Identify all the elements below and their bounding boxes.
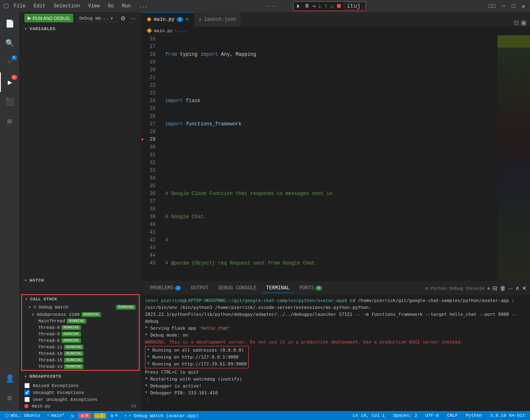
titlebar-right: □□ ─ □ ✕ bbox=[487, 2, 527, 11]
debug-step-into-button[interactable]: ↓ bbox=[318, 3, 322, 9]
terminal-maximize-button[interactable]: ∧ bbox=[515, 285, 519, 291]
tab-output[interactable]: OUTPUT bbox=[186, 284, 213, 293]
debug-step-over-button[interactable]: ↷ bbox=[312, 3, 315, 10]
tab-problems[interactable]: PROBLEMS 2 bbox=[145, 284, 186, 293]
statusbar-eol[interactable]: CRLF bbox=[445, 413, 459, 418]
menu-view[interactable]: View bbox=[86, 2, 101, 10]
layout-button[interactable]: □□ bbox=[487, 2, 497, 10]
statusbar-left: ⬡ WSL: Ubuntu ⑂ main* ↻ ⊗ 0 ⚠ 2 ⚙ 4 ⚡ ⚡ … bbox=[3, 413, 200, 418]
uncaught-exceptions-checkbox[interactable] bbox=[24, 390, 30, 395]
maximize-button[interactable]: □ bbox=[510, 2, 517, 10]
activity-search[interactable]: 🔍 bbox=[0, 33, 20, 53]
statusbar-debug-name[interactable]: ⚡ ⚡ Debug Watch (avatar-app) bbox=[123, 413, 200, 418]
debug-settings-button[interactable]: ⚙ bbox=[120, 14, 127, 22]
tab-debug-console[interactable]: DEBUG CONSOLE bbox=[213, 284, 261, 293]
activity-explorer[interactable]: 📄 bbox=[0, 14, 20, 33]
tab-main-py[interactable]: 🔶 main.py 2 × bbox=[142, 12, 194, 26]
split-terminal-button[interactable]: ⊟ bbox=[493, 285, 497, 291]
run-and-debug-button[interactable]: ▶ RUN AND DEBUG bbox=[24, 14, 73, 22]
breakpoints-section-header[interactable]: BREAKPOINTS bbox=[20, 372, 141, 381]
breakpoint-main-py[interactable]: main.py 29 bbox=[20, 403, 141, 409]
menu-more[interactable]: ... bbox=[137, 2, 149, 10]
callstack-thread-6[interactable]: Thread-6 RUNNING bbox=[22, 324, 139, 331]
kill-terminal-button[interactable]: 🗑 bbox=[500, 285, 506, 291]
callstack-thread-14[interactable]: Thread-14 RUNNING bbox=[22, 363, 139, 370]
debug-restart-button[interactable]: ↺ bbox=[330, 3, 333, 10]
callstack-thread-9[interactable]: Thread-9 RUNNING bbox=[22, 331, 139, 337]
breakpoint-raised-exceptions[interactable]: Raised Exceptions bbox=[20, 382, 141, 389]
callstack-thread-15[interactable]: Thread-15 RUNNING bbox=[22, 357, 139, 363]
statusbar-language[interactable]: Python bbox=[464, 413, 484, 418]
debug-config-dropdown[interactable]: Debug Wa... ∨ bbox=[77, 14, 117, 22]
callstack-thread-8[interactable]: Thread-8 RUNNING bbox=[22, 337, 139, 344]
tab-terminal[interactable]: TERMINAL bbox=[261, 284, 295, 293]
activity-source-control[interactable]: ⑂ 5 bbox=[0, 53, 20, 72]
statusbar-position[interactable]: Ln 19, Col 1 bbox=[351, 413, 387, 418]
breakpoint-user-uncaught-exceptions[interactable]: User Uncaught Exceptions bbox=[20, 396, 141, 403]
callstack-debug-watch[interactable]: ⚙ Debug Watch RUNNING bbox=[22, 303, 139, 311]
debug-stop-button[interactable]: ⏹ bbox=[336, 3, 342, 9]
thread-14-running-badge: RUNNING bbox=[64, 364, 83, 369]
call-stack-label: CALL STACK bbox=[30, 297, 57, 302]
call-stack-header[interactable]: CALL STACK bbox=[22, 295, 139, 303]
debug-step-out-button[interactable]: ↑ bbox=[324, 3, 327, 9]
menu-edit[interactable]: Edit bbox=[32, 2, 47, 10]
statusbar-encoding[interactable]: UTF-8 bbox=[424, 413, 440, 418]
statusbar-debug-threads[interactable]: ⚙ 4 bbox=[109, 413, 119, 418]
menu-selection[interactable]: Selection bbox=[52, 2, 82, 10]
raised-exceptions-label: Raised Exceptions bbox=[33, 383, 79, 388]
minimize-button[interactable]: ─ bbox=[500, 2, 507, 10]
ln-39: 39 bbox=[142, 213, 159, 221]
menu-go[interactable]: Go bbox=[106, 2, 115, 10]
thread-11-running-badge: RUNNING bbox=[64, 345, 83, 350]
terminal-more-button[interactable]: ··· bbox=[508, 285, 513, 291]
tab-ports[interactable]: PORTS 4 bbox=[294, 284, 326, 293]
variables-section-header[interactable]: VARIABLES bbox=[20, 25, 141, 33]
sync-icon: ↻ bbox=[71, 413, 74, 418]
editor-scroll-container: 16 17 18 19 20 21 22 23 24 25 26 27 28 ●… bbox=[142, 35, 530, 411]
toggle-sidebar-button[interactable]: ▣ bbox=[521, 19, 527, 26]
navigate-forward-button[interactable]: → bbox=[272, 3, 275, 9]
statusbar-version[interactable]: 3.8.10 64-bit bbox=[488, 413, 527, 418]
statusbar-wsl[interactable]: ⬡ WSL: Ubuntu bbox=[3, 413, 42, 418]
debug-pause-button[interactable]: ⏸ bbox=[304, 3, 310, 9]
activity-extensions[interactable]: ⬛ bbox=[0, 92, 20, 112]
mainthread-label: MainThread bbox=[38, 319, 65, 324]
user-uncaught-exceptions-checkbox[interactable] bbox=[24, 397, 30, 402]
activity-settings[interactable]: ⚙ bbox=[0, 388, 20, 408]
statusbar-spaces[interactable]: Spaces: 2 bbox=[392, 413, 419, 418]
thread-8-label: Thread-8 bbox=[38, 338, 60, 343]
raised-exceptions-checkbox[interactable] bbox=[24, 383, 30, 388]
menu-file[interactable]: File bbox=[12, 2, 27, 10]
terminal-close-button[interactable]: ✕ bbox=[522, 285, 527, 291]
menu-run[interactable]: Run bbox=[120, 2, 133, 10]
activity-remote-explorer[interactable]: ⊞ bbox=[0, 112, 20, 131]
debug-continue-button[interactable]: ⏵ bbox=[296, 3, 302, 9]
navigate-back-button[interactable]: ← bbox=[267, 3, 270, 9]
tab-launch-json[interactable]: ⚙ launch.json bbox=[194, 12, 241, 26]
main-py-close-button[interactable]: × bbox=[186, 16, 189, 23]
callstack-thread-11[interactable]: Thread-11 RUNNING bbox=[22, 344, 139, 350]
thread-6-label: Thread-6 bbox=[38, 325, 60, 330]
split-editor-button[interactable]: ⊟ bbox=[514, 19, 519, 26]
breadcrumb-filename[interactable]: main.py bbox=[154, 28, 173, 33]
code-content[interactable]: from typing import Any, Mapping import f… bbox=[162, 35, 497, 281]
statusbar-branch[interactable]: ⑂ main* bbox=[45, 413, 66, 418]
callstack-subprocess-2180[interactable]: ⚙ Subprocess 2180 RUNNING bbox=[22, 311, 139, 318]
watch-section-header[interactable]: WATCH bbox=[20, 276, 141, 284]
callstack-thread-10[interactable]: Thread-10 RUNNING bbox=[22, 350, 139, 357]
activity-run-debug[interactable]: ▶ 1 bbox=[0, 72, 20, 92]
callstack-mainthread[interactable]: MainThread RUNNING bbox=[22, 318, 139, 324]
statusbar-sync[interactable]: ↻ bbox=[70, 413, 76, 418]
breakpoint-uncaught-exceptions[interactable]: Uncaught Exceptions bbox=[20, 389, 141, 396]
activity-account[interactable]: 👤 bbox=[0, 369, 20, 388]
thread-11-label: Thread-11 bbox=[38, 345, 62, 350]
close-button[interactable]: ✕ bbox=[520, 2, 527, 11]
statusbar-errors[interactable]: ⊗ 0 bbox=[79, 413, 90, 418]
debug-session-icon: ⚡ bbox=[124, 413, 127, 418]
terminal-content[interactable]: (env) pierrick@LAPTOP-HKU5PNNG:~/git/goo… bbox=[142, 295, 530, 411]
uncaught-exceptions-label: Uncaught Exceptions bbox=[33, 390, 84, 395]
statusbar-warnings[interactable]: ⚠ 2 bbox=[94, 413, 106, 418]
new-terminal-button[interactable]: + bbox=[487, 285, 490, 291]
debug-more-button[interactable]: ··· bbox=[130, 14, 136, 22]
